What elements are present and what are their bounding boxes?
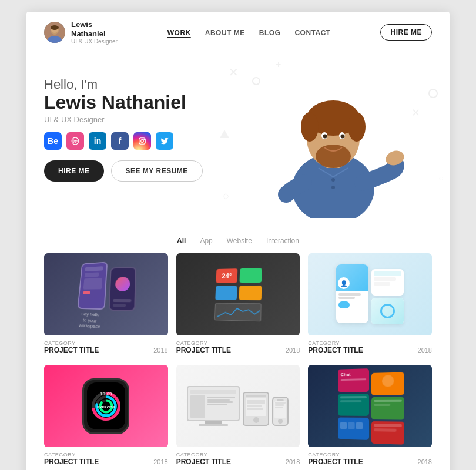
nav-link-contact[interactable]: CONTACT — [294, 29, 330, 37]
portfolio-category-3: CATEGORY — [308, 340, 432, 346]
hero-buttons: HIRE ME SEE MY RESUME — [44, 160, 238, 182]
svg-point-19 — [341, 135, 345, 139]
portfolio-item-5[interactable]: CATEGORY PROJECT TITLE 2018 — [176, 365, 300, 468]
brand: LewisNathaniel UI & UX Designer — [44, 20, 118, 45]
hero-greeting: Hello, I'm — [44, 77, 238, 92]
portfolio-thumb-3: 👤 — [308, 253, 432, 335]
portfolio-info-4: CATEGORY PROJECT TITLE 2018 — [44, 447, 168, 468]
brand-name: LewisNathaniel — [71, 20, 118, 38]
portfolio-bottom-5: PROJECT TITLE 2018 — [176, 458, 300, 466]
hero-subtitle: UI & UX Designer — [44, 115, 238, 124]
svg-point-13 — [301, 112, 319, 142]
filter-all[interactable]: All — [177, 236, 186, 246]
see-resume-button[interactable]: SEE MY RESUME — [111, 160, 203, 182]
portfolio-bottom-3: PROJECT TITLE 2018 — [308, 346, 432, 354]
portfolio-thumb-5 — [176, 365, 300, 447]
nav-item-work[interactable]: WORK — [167, 27, 191, 38]
nav-hire-button[interactable]: HIRE ME — [380, 24, 432, 41]
nav-link-about[interactable]: ABOUT ME — [205, 29, 245, 37]
filter-app[interactable]: App — [200, 236, 212, 246]
portfolio-thumb-4: EXERCISE 10:09 — [44, 365, 168, 447]
portfolio-category-6: CATEGORY — [308, 452, 432, 458]
page-wrapper: LewisNathaniel UI & UX Designer WORK ABO… — [26, 12, 450, 470]
portfolio-bottom-4: PROJECT TITLE 2018 — [44, 458, 168, 466]
social-icons: Be in f — [44, 132, 238, 150]
hire-me-button[interactable]: HIRE ME — [44, 160, 104, 182]
nav-link-work[interactable]: WORK — [167, 29, 191, 37]
navbar: LewisNathaniel UI & UX Designer WORK ABO… — [26, 12, 450, 53]
portfolio-info-3: CATEGORY PROJECT TITLE 2018 — [308, 335, 432, 357]
portfolio-bottom-2: PROJECT TITLE 2018 — [176, 346, 300, 354]
social-behance[interactable]: Be — [44, 132, 62, 150]
nav-item-about[interactable]: ABOUT ME — [205, 27, 245, 38]
portfolio-year-4: 2018 — [153, 458, 167, 465]
social-instagram[interactable] — [133, 132, 151, 150]
svg-point-18 — [323, 135, 327, 139]
portfolio-year-5: 2018 — [286, 458, 300, 465]
portfolio-title-3: PROJECT TITLE — [308, 346, 363, 354]
portfolio-title-2: PROJECT TITLE — [176, 346, 231, 354]
devices-illustration — [187, 386, 289, 426]
portfolio-title-1: PROJECT TITLE — [44, 346, 99, 354]
portfolio-item-6[interactable]: Chat — [308, 365, 432, 468]
svg-point-21 — [331, 178, 335, 182]
phones-illustration-1: Say helloto yourworkspace — [76, 260, 136, 331]
portfolio-bottom-6: PROJECT TITLE 2018 — [308, 458, 432, 466]
portfolio-info-2: CATEGORY PROJECT TITLE 2018 — [176, 335, 300, 357]
portfolio-grid: Say helloto yourworkspace CATEGORY PROJE… — [26, 253, 450, 470]
social-dribbble[interactable] — [66, 132, 84, 150]
brand-avatar — [44, 22, 65, 43]
watch-illustration: EXERCISE 10:09 — [82, 378, 129, 434]
portfolio-info-5: CATEGORY PROJECT TITLE 2018 — [176, 447, 300, 468]
hero-person-illustration — [257, 53, 410, 218]
hero-name: Lewis Nathaniel — [44, 92, 238, 113]
portfolio-thumb-2: 24° — [176, 253, 300, 335]
nav-links: WORK ABOUT ME BLOG CONTACT — [167, 27, 331, 38]
hero-image: ✕ + ✕ ◇ ○ — [217, 53, 450, 218]
portfolio-category-5: CATEGORY — [176, 452, 300, 458]
portfolio-info-6: CATEGORY PROJECT TITLE 2018 — [308, 447, 432, 468]
portfolio-year-6: 2018 — [418, 458, 432, 465]
nav-item-blog[interactable]: BLOG — [259, 27, 281, 38]
portfolio-year-3: 2018 — [418, 347, 432, 354]
social-twitter[interactable] — [156, 132, 173, 150]
portfolio-title-4: PROJECT TITLE — [44, 458, 99, 466]
portfolio-category-1: CATEGORY — [44, 340, 168, 346]
hero-content: Hello, I'm Lewis Nathaniel UI & UX Desig… — [44, 77, 238, 182]
portfolio-year-2: 2018 — [286, 347, 300, 354]
portfolio-item-3[interactable]: 👤 — [308, 253, 432, 357]
social-facebook[interactable]: f — [111, 132, 129, 150]
portfolio-title-6: PROJECT TITLE — [308, 458, 363, 466]
portfolio-item-2[interactable]: 24° CATEGORY PR — [176, 253, 300, 357]
svg-point-7 — [141, 140, 144, 143]
hero-section: Hello, I'm Lewis Nathaniel UI & UX Desig… — [26, 53, 450, 218]
brand-title: UI & UX Designer — [71, 38, 118, 45]
portfolio-thumb-6: Chat — [308, 365, 432, 447]
portfolio-title-5: PROJECT TITLE — [176, 458, 231, 466]
svg-point-22 — [331, 186, 335, 189]
svg-point-14 — [348, 112, 366, 142]
brand-text: LewisNathaniel UI & UX Designer — [71, 20, 118, 45]
svg-point-15 — [316, 145, 351, 168]
svg-point-8 — [144, 139, 145, 140]
apps-illustration: Chat — [338, 367, 404, 444]
portfolio-category-4: CATEGORY — [44, 452, 168, 458]
nav-link-blog[interactable]: BLOG — [259, 29, 281, 37]
svg-point-4 — [51, 25, 59, 30]
portfolio-category-2: CATEGORY — [176, 340, 300, 346]
nav-item-contact[interactable]: CONTACT — [294, 27, 330, 38]
portfolio-item-4[interactable]: EXERCISE 10:09 CATEGORY PROJECT TITLE 20… — [44, 365, 168, 468]
filter-website[interactable]: Website — [227, 236, 252, 246]
portfolio-thumb-1: Say helloto yourworkspace — [44, 253, 168, 335]
portfolio-info-1: CATEGORY PROJECT TITLE 2018 — [44, 335, 168, 357]
social-linkedin[interactable]: in — [89, 132, 106, 150]
svg-text:EXERCISE: EXERCISE — [97, 405, 115, 409]
filter-tabs: All App Website Interaction — [26, 224, 450, 253]
portfolio-bottom-1: PROJECT TITLE 2018 — [44, 346, 168, 354]
filter-interaction[interactable]: Interaction — [266, 236, 299, 246]
portfolio-year-1: 2018 — [153, 347, 167, 354]
portfolio-item-1[interactable]: Say helloto yourworkspace CATEGORY PROJE… — [44, 253, 168, 357]
